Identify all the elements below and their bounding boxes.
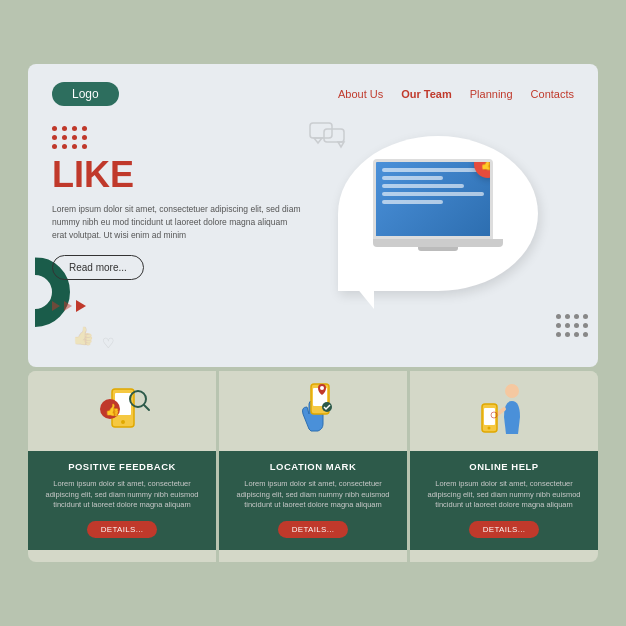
dot-r [556,332,561,337]
svg-rect-2 [324,129,344,142]
speech-bubble: 👍 [338,136,538,291]
details-button-3[interactable]: DETAILS... [469,521,539,538]
card-positive-feedback: 👍 POSITIVE FEEDBACK Lorem ipsum dolor si… [28,371,216,562]
chat-icons-decoration [308,121,348,155]
nav-planning[interactable]: Planning [470,88,513,100]
location-mark-icon [281,379,346,444]
screen-line-2 [382,176,443,180]
details-button-1[interactable]: DETAILS... [87,521,157,538]
navbar: Logo About Us Our Team Planning Contacts [52,82,574,106]
hero-left: LIKE Lorem ipsum dolor sit amet, consect… [52,126,303,347]
card-icon-area-3 [410,371,598,451]
nav-team[interactable]: Our Team [401,88,452,100]
screen-content [376,162,490,214]
svg-marker-3 [338,142,344,147]
arrows-decoration [52,300,303,312]
speech-bubble-area: 👍 [303,126,574,291]
screen-line-1 [382,168,484,172]
svg-point-18 [487,426,490,429]
online-help-icon [472,379,537,444]
card-title-1: POSITIVE FEEDBACK [68,461,176,472]
svg-point-15 [505,384,519,398]
dot [82,135,87,140]
svg-point-6 [121,420,125,424]
dot-r [583,323,588,328]
dot-r [556,323,561,328]
read-more-button[interactable]: Read more... [52,255,144,280]
dot-r [583,314,588,319]
arrow-icon-1 [52,301,60,311]
dots-decoration-top [52,126,303,149]
card-icon-area-2 [219,371,407,451]
svg-text:👍: 👍 [105,402,120,417]
dot-r [565,332,570,337]
details-button-2[interactable]: DETAILS... [278,521,348,538]
laptop-base [373,239,503,247]
hero-content: LIKE Lorem ipsum dolor sit amet, consect… [52,126,574,347]
heart-decoration: ♡ [102,335,115,351]
dot [82,126,87,131]
dot [72,135,77,140]
positive-feedback-icon: 👍 [90,379,155,444]
logo-button[interactable]: Logo [52,82,119,106]
card-title-3: ONLINE HELP [469,461,538,472]
top-section: Logo About Us Our Team Planning Contacts [28,64,598,367]
laptop-stand [418,247,458,251]
screen-line-4 [382,192,484,196]
hero-title: LIKE [52,157,303,193]
card-text-1: Lorem ipsum dolor sit amet, consectetuer… [38,479,206,511]
dot [62,135,67,140]
svg-rect-0 [310,123,332,138]
dot [52,144,57,149]
screen-line-3 [382,184,464,188]
dot [82,144,87,149]
thumbs-up-decoration: 👍 [72,325,94,347]
page-wrapper: Logo About Us Our Team Planning Contacts [28,64,598,562]
dot-r [556,314,561,319]
dot-r [574,323,579,328]
dot [72,126,77,131]
card-location-mark: LOCATION MARK Lorem ipsum dolor sit amet… [219,371,407,562]
card-title-2: LOCATION MARK [270,461,357,472]
dot [52,126,57,131]
card-text-2: Lorem ipsum dolor sit amet, consectetuer… [229,479,397,511]
svg-rect-17 [484,408,495,425]
svg-point-13 [320,386,324,390]
card-dark-1: POSITIVE FEEDBACK Lorem ipsum dolor sit … [28,451,216,550]
arrow-icon-3 [76,300,86,312]
svg-line-10 [144,405,149,410]
svg-marker-1 [314,138,322,143]
laptop-screen: 👍 [373,159,493,239]
nav-links: About Us Our Team Planning Contacts [338,88,574,100]
dot-r [565,323,570,328]
card-text-3: Lorem ipsum dolor sit amet, consectetuer… [420,479,588,511]
arrow-icon-2 [64,301,72,311]
dot [62,144,67,149]
nav-about[interactable]: About Us [338,88,383,100]
card-dark-2: LOCATION MARK Lorem ipsum dolor sit amet… [219,451,407,550]
dot [62,126,67,131]
dot [52,135,57,140]
dot-r [565,314,570,319]
laptop-illustration: 👍 [373,159,503,269]
nav-contacts[interactable]: Contacts [531,88,574,100]
hero-body-text: Lorem ipsum dolor sit amet, consectetuer… [52,203,303,241]
card-dark-3: ONLINE HELP Lorem ipsum dolor sit amet, … [410,451,598,550]
dot-r [574,314,579,319]
bottom-section: 👍 POSITIVE FEEDBACK Lorem ipsum dolor si… [28,371,598,562]
dot-r [574,332,579,337]
dots-decoration-right [556,314,588,337]
dot-r [583,332,588,337]
card-icon-area-1: 👍 [28,371,216,451]
dot [72,144,77,149]
card-online-help: ONLINE HELP Lorem ipsum dolor sit amet, … [410,371,598,562]
screen-line-5 [382,200,443,204]
bubble-tail [356,287,374,309]
